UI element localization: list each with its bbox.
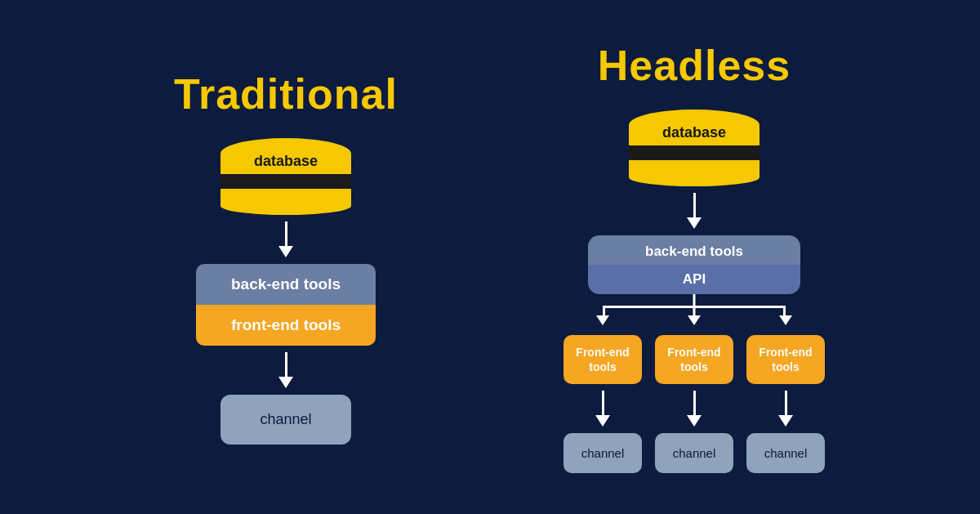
headless-tools-block: back-end tools API	[588, 235, 800, 294]
al1	[602, 391, 604, 415]
headless-db-label: database	[662, 124, 726, 141]
headless-backend-box: back-end tools	[588, 235, 800, 265]
headless-frontend-1: Front-end tools	[564, 335, 642, 384]
headless-section: Headless database back-end tools API	[514, 41, 874, 473]
headless-frontend-3: Front-end tools	[746, 335, 825, 384]
ah2	[687, 415, 702, 427]
arrowhead-left	[596, 315, 609, 325]
headless-api-box: API	[588, 265, 800, 294]
arrow-line-2	[285, 352, 287, 377]
arrow-line	[285, 221, 287, 246]
traditional-backend-box: back-end tools	[196, 264, 376, 305]
db-band	[220, 174, 351, 189]
headless-columns: Front-end tools channel Front-end tools …	[564, 335, 825, 473]
headless-channel-3: channel	[746, 433, 825, 473]
traditional-frontend-box: front-end tools	[196, 305, 376, 346]
headless-col-1: Front-end tools channel	[564, 335, 642, 473]
headless-arrow-head	[687, 217, 702, 229]
arrow-head-2	[278, 377, 293, 388]
traditional-database: database	[220, 138, 351, 215]
headless-db-band	[629, 145, 760, 160]
traditional-tools-stack: back-end tools front-end tools	[196, 264, 376, 346]
traditional-channel: channel	[220, 395, 351, 445]
ah1	[595, 415, 610, 427]
arrow-stem	[693, 294, 696, 306]
al2	[693, 391, 696, 415]
multi-arrow-container	[572, 294, 817, 335]
headless-database: database	[629, 110, 760, 186]
headless-col-2: Front-end tools channel	[655, 335, 733, 473]
arrowhead-right	[779, 315, 792, 325]
arrowhead-center	[688, 315, 701, 325]
headless-channel-2: channel	[655, 433, 733, 473]
arrow-fe1-to-ch1	[595, 391, 610, 427]
traditional-title: Traditional	[174, 69, 398, 118]
headless-channel-1: channel	[564, 433, 642, 473]
headless-arrow-db-to-tools	[687, 193, 702, 229]
traditional-db-label: database	[254, 153, 318, 170]
headless-frontend-2: Front-end tools	[655, 335, 733, 384]
arrow-head	[278, 246, 293, 257]
traditional-section: Traditional database back-end tools fron…	[106, 69, 466, 445]
db-bottom	[220, 197, 351, 215]
headless-db-bottom	[629, 168, 760, 186]
diagram-container: Traditional database back-end tools fron…	[0, 0, 980, 514]
arrow-fe3-to-ch3	[778, 391, 793, 427]
headless-arrow-line	[693, 193, 696, 217]
arrow-db-to-tools	[278, 221, 293, 257]
headless-col-3: Front-end tools channel	[746, 335, 825, 473]
headless-title: Headless	[598, 41, 791, 90]
arrow-tools-to-channel	[278, 352, 293, 388]
arrow-fe2-to-ch2	[687, 391, 702, 427]
ah3	[778, 415, 793, 427]
al3	[785, 391, 787, 415]
